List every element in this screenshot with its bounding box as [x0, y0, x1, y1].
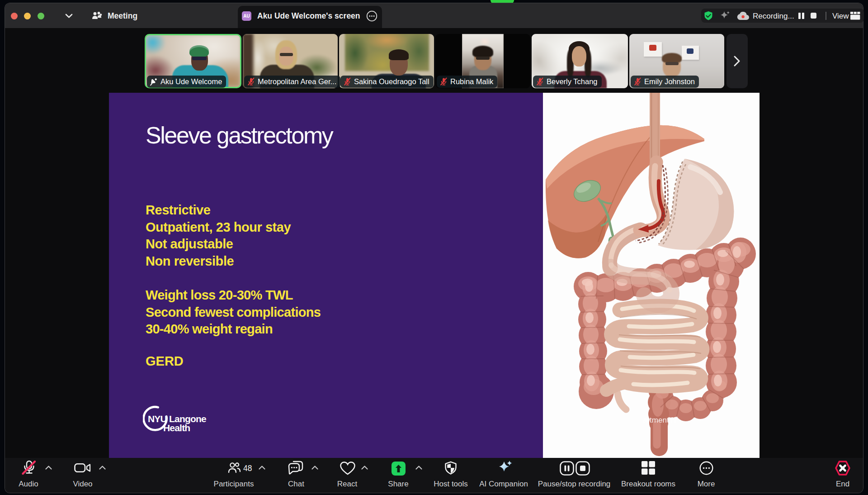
svg-text:Health: Health — [163, 423, 190, 433]
svg-text:artment N: artment N — [643, 416, 677, 424]
